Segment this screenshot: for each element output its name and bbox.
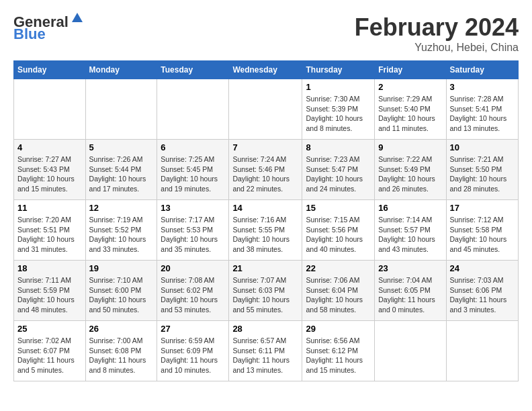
day-info: Sunrise: 7:07 AM Sunset: 6:03 PM Dayligh… xyxy=(232,275,298,315)
day-info: Sunrise: 6:56 AM Sunset: 6:12 PM Dayligh… xyxy=(306,336,371,375)
calendar-cell: 2Sunrise: 7:29 AM Sunset: 5:40 PM Daylig… xyxy=(375,79,446,140)
day-info: Sunrise: 6:59 AM Sunset: 6:09 PM Dayligh… xyxy=(161,336,225,375)
weekday-header-saturday: Saturday xyxy=(446,61,519,79)
calendar-cell: 13Sunrise: 7:17 AM Sunset: 5:53 PM Dayli… xyxy=(157,200,229,261)
calendar-cell: 26Sunrise: 7:00 AM Sunset: 6:08 PM Dayli… xyxy=(85,321,157,381)
calendar-cell: 5Sunrise: 7:26 AM Sunset: 5:44 PM Daylig… xyxy=(85,140,157,200)
day-number: 1 xyxy=(306,82,371,92)
day-number: 7 xyxy=(232,142,298,152)
calendar-cell: 15Sunrise: 7:15 AM Sunset: 5:56 PM Dayli… xyxy=(302,200,375,261)
day-number: 19 xyxy=(89,263,154,273)
day-number: 6 xyxy=(161,142,225,152)
day-info: Sunrise: 7:20 AM Sunset: 5:51 PM Dayligh… xyxy=(17,215,82,255)
day-info: Sunrise: 7:28 AM Sunset: 5:41 PM Dayligh… xyxy=(450,94,515,134)
day-info: Sunrise: 7:11 AM Sunset: 5:59 PM Dayligh… xyxy=(17,275,82,315)
title-section: February 2024 Yuzhou, Hebei, China xyxy=(355,13,519,54)
calendar-cell: 18Sunrise: 7:11 AM Sunset: 5:59 PM Dayli… xyxy=(14,261,86,321)
calendar-cell xyxy=(14,79,86,140)
calendar-cell: 17Sunrise: 7:12 AM Sunset: 5:58 PM Dayli… xyxy=(446,200,519,261)
day-number: 18 xyxy=(17,263,82,273)
day-number: 13 xyxy=(161,203,225,213)
day-number: 8 xyxy=(306,142,371,152)
weekday-header-thursday: Thursday xyxy=(302,61,375,79)
day-info: Sunrise: 7:02 AM Sunset: 6:07 PM Dayligh… xyxy=(17,336,82,375)
day-info: Sunrise: 7:16 AM Sunset: 5:55 PM Dayligh… xyxy=(232,215,298,255)
day-info: Sunrise: 7:08 AM Sunset: 6:02 PM Dayligh… xyxy=(161,275,225,315)
day-info: Sunrise: 7:14 AM Sunset: 5:57 PM Dayligh… xyxy=(378,215,442,255)
month-year-title: February 2024 xyxy=(355,13,519,42)
day-number: 26 xyxy=(89,324,154,334)
day-number: 21 xyxy=(232,263,298,273)
calendar-table: SundayMondayTuesdayWednesdayThursdayFrid… xyxy=(13,60,519,381)
day-number: 14 xyxy=(232,203,298,213)
calendar-cell: 14Sunrise: 7:16 AM Sunset: 5:55 PM Dayli… xyxy=(229,200,302,261)
weekday-header-sunday: Sunday xyxy=(14,61,86,79)
weekday-header-tuesday: Tuesday xyxy=(157,61,229,79)
day-number: 17 xyxy=(450,203,515,213)
location-subtitle: Yuzhou, Hebei, China xyxy=(355,42,519,54)
logo-icon xyxy=(71,11,84,25)
logo: General Blue xyxy=(13,13,84,43)
day-info: Sunrise: 7:12 AM Sunset: 5:58 PM Dayligh… xyxy=(450,215,515,255)
day-number: 9 xyxy=(378,142,442,152)
day-info: Sunrise: 7:00 AM Sunset: 6:08 PM Dayligh… xyxy=(89,336,154,375)
day-info: Sunrise: 7:30 AM Sunset: 5:39 PM Dayligh… xyxy=(306,94,371,134)
day-number: 5 xyxy=(89,142,154,152)
svg-marker-0 xyxy=(72,13,83,22)
calendar-cell: 28Sunrise: 6:57 AM Sunset: 6:11 PM Dayli… xyxy=(229,321,302,381)
calendar-cell: 20Sunrise: 7:08 AM Sunset: 6:02 PM Dayli… xyxy=(157,261,229,321)
calendar-cell: 8Sunrise: 7:23 AM Sunset: 5:47 PM Daylig… xyxy=(302,140,375,200)
day-number: 2 xyxy=(378,82,442,92)
day-number: 16 xyxy=(378,203,442,213)
calendar-cell: 1Sunrise: 7:30 AM Sunset: 5:39 PM Daylig… xyxy=(302,79,375,140)
day-number: 28 xyxy=(232,324,298,334)
calendar-cell: 19Sunrise: 7:10 AM Sunset: 6:00 PM Dayli… xyxy=(85,261,157,321)
day-number: 25 xyxy=(17,324,82,334)
day-info: Sunrise: 7:21 AM Sunset: 5:50 PM Dayligh… xyxy=(450,154,515,194)
day-info: Sunrise: 7:29 AM Sunset: 5:40 PM Dayligh… xyxy=(378,94,442,134)
calendar-cell: 9Sunrise: 7:22 AM Sunset: 5:49 PM Daylig… xyxy=(375,140,446,200)
day-info: Sunrise: 7:15 AM Sunset: 5:56 PM Dayligh… xyxy=(306,215,371,255)
day-info: Sunrise: 7:27 AM Sunset: 5:43 PM Dayligh… xyxy=(17,154,82,194)
day-info: Sunrise: 7:04 AM Sunset: 6:05 PM Dayligh… xyxy=(378,275,442,315)
day-number: 11 xyxy=(17,203,82,213)
calendar-cell: 3Sunrise: 7:28 AM Sunset: 5:41 PM Daylig… xyxy=(446,79,519,140)
calendar-cell: 23Sunrise: 7:04 AM Sunset: 6:05 PM Dayli… xyxy=(375,261,446,321)
calendar-cell xyxy=(85,79,157,140)
calendar-cell: 29Sunrise: 6:56 AM Sunset: 6:12 PM Dayli… xyxy=(302,321,375,381)
day-info: Sunrise: 7:23 AM Sunset: 5:47 PM Dayligh… xyxy=(306,154,371,194)
calendar-cell: 16Sunrise: 7:14 AM Sunset: 5:57 PM Dayli… xyxy=(375,200,446,261)
logo-blue: Blue xyxy=(13,26,46,43)
day-number: 12 xyxy=(89,203,154,213)
calendar-cell xyxy=(446,321,519,381)
calendar-cell: 4Sunrise: 7:27 AM Sunset: 5:43 PM Daylig… xyxy=(14,140,86,200)
day-info: Sunrise: 7:03 AM Sunset: 6:06 PM Dayligh… xyxy=(450,275,515,315)
day-info: Sunrise: 7:26 AM Sunset: 5:44 PM Dayligh… xyxy=(89,154,154,194)
calendar-cell: 7Sunrise: 7:24 AM Sunset: 5:46 PM Daylig… xyxy=(229,140,302,200)
calendar-cell: 11Sunrise: 7:20 AM Sunset: 5:51 PM Dayli… xyxy=(14,200,86,261)
day-info: Sunrise: 6:57 AM Sunset: 6:11 PM Dayligh… xyxy=(232,336,298,375)
weekday-header-friday: Friday xyxy=(375,61,446,79)
day-info: Sunrise: 7:17 AM Sunset: 5:53 PM Dayligh… xyxy=(161,215,225,255)
day-number: 15 xyxy=(306,203,371,213)
weekday-header-monday: Monday xyxy=(85,61,157,79)
calendar-cell: 25Sunrise: 7:02 AM Sunset: 6:07 PM Dayli… xyxy=(14,321,86,381)
day-number: 27 xyxy=(161,324,225,334)
calendar-cell: 12Sunrise: 7:19 AM Sunset: 5:52 PM Dayli… xyxy=(85,200,157,261)
day-info: Sunrise: 7:25 AM Sunset: 5:45 PM Dayligh… xyxy=(161,154,225,194)
day-number: 4 xyxy=(17,142,82,152)
day-info: Sunrise: 7:06 AM Sunset: 6:04 PM Dayligh… xyxy=(306,275,371,315)
calendar-cell: 22Sunrise: 7:06 AM Sunset: 6:04 PM Dayli… xyxy=(302,261,375,321)
day-number: 24 xyxy=(450,263,515,273)
weekday-header-wednesday: Wednesday xyxy=(229,61,302,79)
day-info: Sunrise: 7:22 AM Sunset: 5:49 PM Dayligh… xyxy=(378,154,442,194)
calendar-cell: 21Sunrise: 7:07 AM Sunset: 6:03 PM Dayli… xyxy=(229,261,302,321)
day-number: 3 xyxy=(450,82,515,92)
calendar-cell: 10Sunrise: 7:21 AM Sunset: 5:50 PM Dayli… xyxy=(446,140,519,200)
calendar-cell xyxy=(375,321,446,381)
day-number: 29 xyxy=(306,324,371,334)
calendar-cell: 27Sunrise: 6:59 AM Sunset: 6:09 PM Dayli… xyxy=(157,321,229,381)
day-number: 22 xyxy=(306,263,371,273)
day-info: Sunrise: 7:10 AM Sunset: 6:00 PM Dayligh… xyxy=(89,275,154,315)
calendar-cell xyxy=(229,79,302,140)
